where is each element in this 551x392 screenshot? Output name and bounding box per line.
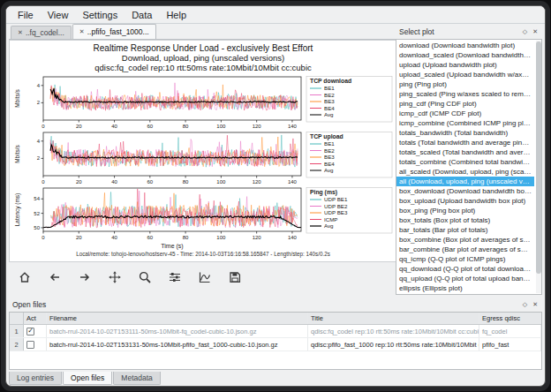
tab-fq-codel[interactable]: ✕ ..fq_codel... [11,26,72,39]
subplots-button[interactable] [164,267,185,288]
back-button[interactable] [44,267,65,288]
svg-text:60: 60 [147,124,153,129]
plot-list-item[interactable]: qq_upload (Q-Q plot of total upload band… [396,274,534,283]
forward-button[interactable] [74,267,95,288]
float-icon[interactable]: ◇ [522,28,528,35]
svg-text:80: 80 [183,179,189,185]
plot-list-item[interactable]: all_scaled (Download, upload, ping (scal… [396,167,534,177]
menu-view[interactable]: View [42,9,75,21]
act-cell: ✓ [24,325,47,337]
figure-canvas[interactable]: Realtime Response Under Load - exclusive… [9,40,397,262]
plot-list-item[interactable]: totals_scaled (Total bandwidth and avera… [396,147,534,157]
plot-list-item[interactable]: qq_icmp (Q-Q plot of ICMP pings) [396,254,534,264]
activate-checkbox[interactable] [26,341,34,349]
plot-list-item[interactable]: box_download (Download bandwidth box plo… [396,186,534,196]
plot-list-item[interactable]: ping_cdf (Ping CDF plot) [396,99,534,109]
pan-button[interactable] [104,267,125,288]
plot-list-item[interactable]: ellipsis (Ellipsis plot) [396,283,534,293]
svg-text:40: 40 [111,179,117,185]
open-files-title: Open files [12,300,518,309]
plot-list-item[interactable]: qq_download (Q-Q plot of total download … [396,264,534,274]
svg-text:BE1: BE1 [324,85,335,91]
plot-list-item[interactable]: box_upload (Upload bandwidth box plot) [396,196,534,206]
svg-text:52: 52 [34,211,40,216]
customize-button[interactable] [194,267,215,288]
menu-data[interactable]: Data [125,9,158,21]
svg-text:100: 100 [216,179,226,185]
column-header-act[interactable]: Act [24,313,47,324]
plot-list-item[interactable]: upload (Upload bandwidth plot) [396,60,534,70]
figure-subtitle: Download, upload, ping (unscaled version… [10,53,396,63]
close-icon[interactable]: ✕ [18,29,23,36]
close-icon[interactable]: ✕ [532,28,539,35]
save-button[interactable] [224,267,245,288]
plot-list-item[interactable]: totals_bandwidth (Total bandwidth) [396,128,534,138]
svg-text:0: 0 [42,235,45,240]
svg-text:20: 20 [76,124,82,129]
select-plot-header: Select plot ◇ ✕ [396,25,542,38]
svg-text:20: 20 [76,235,82,240]
menu-help[interactable]: Help [160,9,192,21]
plot-list-item[interactable]: download (Download bandwidth plot) [396,41,534,50]
svg-text:20: 20 [76,179,82,185]
tab-pfifo-fast[interactable]: ✕ ..pfifo_fast_1000... [72,24,156,39]
column-header-filename[interactable]: Filename [47,313,308,324]
tab-metadata[interactable]: Metadata [113,372,160,385]
plot-list-item[interactable]: bar_combine (Bar plot of averages of sev… [396,245,534,254]
svg-text:4: 4 [37,139,41,144]
subplot-0: 24020406080100120140Mbits/sTCP downloadB… [11,74,395,130]
plot-list-item[interactable]: box_ping (Ping box plot) [396,206,534,215]
tab-open-files[interactable]: Open files [63,372,112,385]
plot-list-item[interactable]: box_combine (Box plot of averages of sev… [396,235,534,245]
scrollbar[interactable] [536,41,541,293]
plot-list-item[interactable]: ping (Ping plot) [396,79,534,89]
tab-log-entries[interactable]: Log entries [9,372,62,385]
column-header-egress-qdisc[interactable]: Egress qdisc [479,313,541,324]
svg-text:140: 140 [288,179,298,185]
svg-text:Time (s): Time (s) [161,243,183,250]
svg-text:Mbits/s: Mbits/s [14,144,20,162]
plot-list-item[interactable]: totals_combine (Combined total bandwidth… [396,157,534,167]
scrollbar-thumb[interactable] [536,41,541,274]
svg-text:UDP BE2: UDP BE2 [324,203,348,209]
menu-settings[interactable]: Settings [76,9,124,21]
close-icon[interactable]: ✕ [532,301,539,308]
plot-list-item[interactable]: totals (Total bandwidth and average ping… [396,138,534,147]
svg-text:50: 50 [34,225,40,230]
svg-text:54: 54 [34,196,40,201]
plot-list-item[interactable]: upload_scaled (Upload bandwidth w/axes s… [396,70,534,79]
plot-list-item[interactable]: icmp_combine (Combined ICMP ping plot) [396,118,534,128]
floppy-icon [228,270,242,284]
open-file-row[interactable]: 1✓batch-rrul-2014-10-02T153111-50ms-10Mb… [10,325,541,338]
plot-list-item[interactable]: all (Download, upload, ping (unscaled ve… [396,177,534,186]
svg-text:2: 2 [37,155,41,161]
tab-label: ..fq_codel... [26,28,64,37]
svg-text:120: 120 [253,235,262,240]
zoom-button[interactable] [134,267,155,288]
activate-checkbox[interactable]: ✓ [26,328,34,335]
plot-list-item[interactable]: box_totals (Box plot of totals) [396,215,534,225]
float-icon[interactable]: ◇ [522,301,528,308]
plot-list-item[interactable]: download_scaled (Download bandwidth w/ax… [396,50,534,60]
menu-file[interactable]: File [11,9,40,21]
svg-text:Avg: Avg [324,222,334,229]
row-number: 1 [10,325,24,337]
home-button[interactable] [14,267,35,288]
plot-list-item[interactable]: ping_scaled (Ping w/axes scaled to remov… [396,89,534,99]
svg-text:BE4: BE4 [324,105,335,111]
figure-title: Realtime Response Under Load - exclusive… [10,43,396,53]
figure-params: qdisc:fq_codel rep:10 rtt:50ms rate:10Mb… [10,63,396,72]
svg-text:BE4: BE4 [324,161,335,167]
open-file-row[interactable]: 2batch-rrul-2014-10-02T153131-50ms-10Mbi… [10,338,541,351]
column-header-title[interactable]: Title [308,313,479,324]
svg-text:BE2: BE2 [324,147,335,154]
svg-text:UDP BE1: UDP BE1 [324,196,348,202]
svg-text:BE2: BE2 [324,92,335,98]
plot-tab-bar: ✕ ..fq_codel... ✕ ..pfifo_fast_1000... [9,25,397,40]
plot-list-item[interactable]: bar_totals (Bar plot of totals) [396,225,534,235]
svg-text:80: 80 [183,235,189,240]
plot-list-item[interactable]: icmp_cdf (ICMP CDF plot) [396,109,534,118]
close-icon[interactable]: ✕ [79,28,85,35]
select-plot-dock: Select plot ◇ ✕ download (Download bandw… [396,25,542,295]
svg-text:140: 140 [288,235,298,240]
